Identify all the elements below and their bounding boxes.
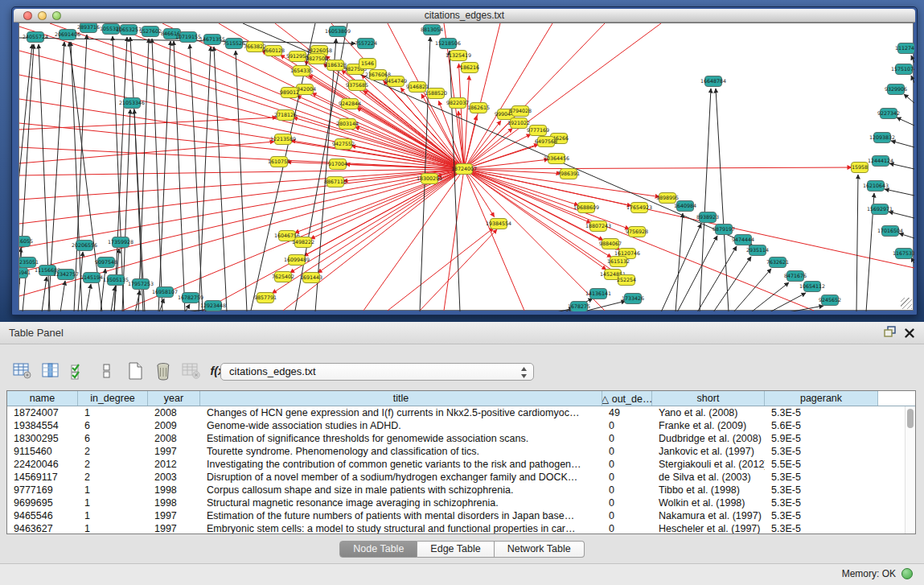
- graph-node[interactable]: 2718126: [274, 110, 297, 121]
- table-cell[interactable]: Estimation of significance thresholds fo…: [200, 432, 602, 445]
- table-row[interactable]: 1872400712008Changes of HCN gene express…: [7, 406, 915, 419]
- column-header-pagerank[interactable]: pagerank: [765, 391, 878, 406]
- table-cell[interactable]: Yano et al. (2008): [652, 406, 765, 419]
- graph-node[interactable]: 15692971: [867, 204, 893, 215]
- tab-edge-table[interactable]: Edge Table: [417, 541, 494, 558]
- graph-node[interactable]: 7557224: [355, 39, 377, 49]
- row-options-button[interactable]: [96, 360, 117, 382]
- table-cell[interactable]: de Silva et al. (2003): [652, 471, 765, 484]
- graph-node[interactable]: 9245652: [819, 295, 841, 306]
- graph-node[interactable]: 9857791: [254, 293, 277, 303]
- graph-node[interactable]: 1615132: [607, 257, 630, 267]
- graph-node[interactable]: 16958107: [152, 287, 178, 298]
- table-cell[interactable]: Tibbo et al. (1998): [652, 484, 765, 496]
- table-cell[interactable]: 2: [78, 445, 148, 458]
- table-cell[interactable]: 6: [78, 432, 148, 445]
- table-row[interactable]: 946362711997Embryonic stem cells: a mode…: [7, 522, 915, 534]
- graph-node[interactable]: 9242844: [339, 99, 361, 109]
- table-cell[interactable]: 19384554: [7, 419, 78, 432]
- table-cell[interactable]: 18724007: [7, 406, 78, 419]
- table-row[interactable]: 946554611997Estimation of the future num…: [7, 509, 915, 522]
- table-cell[interactable]: Investigating the contribution of common…: [200, 458, 602, 471]
- graph-node[interactable]: 9474444: [732, 235, 754, 245]
- graph-node[interactable]: 16648784: [700, 76, 726, 87]
- table-cell[interactable]: 5.5E-5: [765, 458, 878, 471]
- graph-node[interactable]: 1588520: [425, 89, 447, 99]
- graph-node[interactable]: 7632621: [766, 257, 789, 268]
- graph-node[interactable]: 1733426: [622, 294, 644, 304]
- table-row[interactable]: 911546021997Tourette syndrome. Phenomeno…: [7, 445, 915, 458]
- column-header-title[interactable]: title: [200, 391, 602, 406]
- table-cell[interactable]: Genome-wide association studies in ADHD.: [200, 419, 602, 432]
- table-row[interactable]: 977716911998Corpus callosum shape and si…: [7, 484, 915, 496]
- show-columns-button[interactable]: [39, 360, 61, 382]
- table-cell[interactable]: Nakamura et al. (1997): [652, 509, 765, 522]
- close-panel-icon[interactable]: [905, 327, 914, 341]
- graph-node[interactable]: 1610755: [268, 157, 290, 167]
- table-settings-button[interactable]: [11, 360, 33, 382]
- table-cell[interactable]: 5.3E-5: [765, 484, 878, 496]
- graph-node[interactable]: 7515526: [223, 39, 245, 49]
- graph-node[interactable]: 8867110: [324, 177, 347, 187]
- network-canvas[interactable]: 2405572420691406289371610553251065325715…: [18, 23, 914, 311]
- table-row[interactable]: 969969511998Structural magnetic resonanc…: [7, 496, 915, 509]
- graph-node[interactable]: 2935114: [746, 245, 769, 256]
- table-row[interactable]: 2242004622012Investigating the contribut…: [7, 458, 915, 471]
- graph-node[interactable]: 17359928: [108, 237, 133, 248]
- graph-node[interactable]: 16053809: [325, 27, 351, 37]
- graph-node[interactable]: 7625402: [272, 272, 294, 282]
- graph-node[interactable]: 3915941: [19, 268, 31, 278]
- table-cell[interactable]: Embryonic stem cells: a model to study s…: [200, 522, 602, 534]
- graph-node[interactable]: 1678275: [568, 302, 590, 312]
- table-cell[interactable]: 9463627: [7, 522, 78, 534]
- graph-node[interactable]: 917004: [328, 159, 347, 170]
- graph-node[interactable]: 1640984: [674, 201, 696, 212]
- table-cell[interactable]: 1: [78, 509, 148, 522]
- graph-node[interactable]: 9898995: [656, 193, 679, 204]
- table-cell[interactable]: 2008: [148, 432, 200, 445]
- table-cell[interactable]: 1: [78, 406, 148, 419]
- tab-network-table[interactable]: Network Table: [495, 541, 585, 558]
- graph-node[interactable]: 9097548: [95, 257, 117, 268]
- table-cell[interactable]: 0: [602, 522, 652, 534]
- graph-node[interactable]: 1167533: [893, 249, 914, 259]
- table-scrollbar-thumb[interactable]: [907, 409, 914, 428]
- graph-node[interactable]: 6794028: [509, 106, 532, 117]
- graph-node[interactable]: 252254: [617, 275, 636, 286]
- table-cell[interactable]: 5.3E-5: [765, 522, 878, 534]
- table-cell[interactable]: Disruption of a novel member of a sodium…: [200, 471, 602, 484]
- graph-node[interactable]: 20206556: [72, 241, 97, 251]
- citation-network-graph[interactable]: 2405572420691406289371610553251065325715…: [19, 23, 914, 311]
- graph-node[interactable]: 6879197: [713, 225, 735, 235]
- table-cell[interactable]: 1: [78, 522, 148, 534]
- table-cell[interactable]: Wolkin et al. (1998): [652, 496, 765, 509]
- table-cell[interactable]: 0: [602, 458, 652, 471]
- column-header-name[interactable]: name: [7, 391, 78, 406]
- table-cell[interactable]: Jankovic et al. (1997): [652, 445, 765, 458]
- graph-node[interactable]: 2803144: [336, 119, 359, 130]
- table-cell[interactable]: 0: [602, 432, 652, 445]
- graph-node[interactable]: 1145194: [80, 273, 103, 283]
- graph-node[interactable]: 12213589: [270, 134, 296, 145]
- table-cell[interactable]: 0: [602, 509, 652, 522]
- graph-node[interactable]: 10654112: [799, 282, 825, 292]
- table-cell[interactable]: 1: [78, 484, 148, 496]
- table-cell[interactable]: 14569117: [7, 471, 78, 484]
- table-cell[interactable]: Stergiakouli et al. (2012): [652, 458, 765, 471]
- table-cell[interactable]: 2: [78, 458, 148, 471]
- column-header-short[interactable]: short: [652, 391, 765, 406]
- graph-node[interactable]: 8454749: [384, 76, 407, 87]
- graph-node[interactable]: 16782759: [178, 293, 203, 303]
- column-header-in_degree[interactable]: in_degree: [78, 391, 148, 406]
- delete-table-button[interactable]: [180, 360, 202, 382]
- graph-node[interactable]: 989012: [280, 88, 299, 98]
- table-cell[interactable]: 6: [78, 419, 148, 432]
- table-cell[interactable]: 9777169: [7, 484, 78, 496]
- table-cell[interactable]: 0: [602, 484, 652, 496]
- graph-node[interactable]: 9427552: [332, 139, 355, 150]
- table-cell[interactable]: 22420046: [7, 458, 78, 471]
- graph-node[interactable]: 8186328: [324, 60, 347, 71]
- graph-node[interactable]: 17016504: [877, 226, 903, 237]
- graph-node[interactable]: 8471676: [784, 271, 807, 282]
- table-cell[interactable]: 0: [602, 445, 652, 458]
